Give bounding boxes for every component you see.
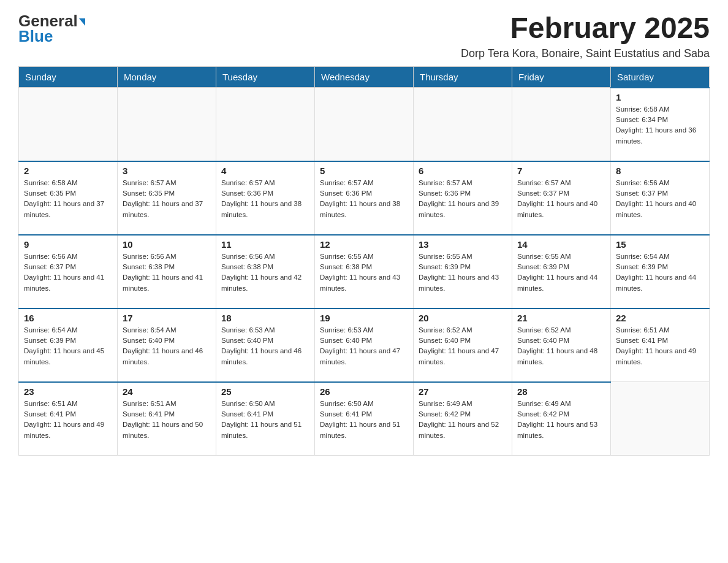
day-number: 19 [320,313,408,323]
calendar-cell [315,88,414,161]
calendar-cell: 26Sunrise: 6:50 AM Sunset: 6:41 PM Dayli… [315,382,414,456]
col-saturday: Saturday [611,66,710,88]
calendar-cell [414,88,512,161]
day-info: Sunrise: 6:50 AM Sunset: 6:41 PM Dayligh… [221,399,309,441]
calendar-cell [216,88,315,161]
logo-blue: Blue [18,28,53,45]
day-info: Sunrise: 6:52 AM Sunset: 6:40 PM Dayligh… [517,325,605,367]
calendar-cell: 8Sunrise: 6:56 AM Sunset: 6:37 PM Daylig… [611,161,710,235]
calendar-cell [19,88,118,161]
day-info: Sunrise: 6:55 AM Sunset: 6:38 PM Dayligh… [320,251,408,294]
day-info: Sunrise: 6:56 AM Sunset: 6:38 PM Dayligh… [123,251,211,294]
calendar-cell: 23Sunrise: 6:51 AM Sunset: 6:41 PM Dayli… [19,382,118,456]
calendar-cell [611,382,710,456]
day-number: 20 [419,313,507,323]
calendar-cell: 3Sunrise: 6:57 AM Sunset: 6:35 PM Daylig… [118,161,216,235]
day-info: Sunrise: 6:56 AM Sunset: 6:37 PM Dayligh… [616,178,704,220]
day-number: 3 [123,166,211,176]
col-thursday: Thursday [414,66,512,88]
day-info: Sunrise: 6:58 AM Sunset: 6:35 PM Dayligh… [24,178,112,220]
calendar-week-row: 2Sunrise: 6:58 AM Sunset: 6:35 PM Daylig… [19,161,710,235]
calendar-cell: 11Sunrise: 6:56 AM Sunset: 6:38 PM Dayli… [216,235,315,308]
calendar-cell [512,88,611,161]
day-info: Sunrise: 6:53 AM Sunset: 6:40 PM Dayligh… [221,325,309,367]
col-monday: Monday [118,66,216,88]
day-info: Sunrise: 6:54 AM Sunset: 6:40 PM Dayligh… [123,325,211,367]
day-number: 22 [616,313,704,323]
day-info: Sunrise: 6:49 AM Sunset: 6:42 PM Dayligh… [419,399,507,441]
calendar-cell: 1Sunrise: 6:58 AM Sunset: 6:34 PM Daylig… [611,88,710,161]
calendar-cell: 24Sunrise: 6:51 AM Sunset: 6:41 PM Dayli… [118,382,216,456]
day-info: Sunrise: 6:51 AM Sunset: 6:41 PM Dayligh… [24,399,112,441]
day-number: 15 [616,239,704,250]
calendar-week-row: 16Sunrise: 6:54 AM Sunset: 6:39 PM Dayli… [19,308,710,382]
day-number: 23 [24,386,112,397]
col-wednesday: Wednesday [315,66,414,88]
calendar-cell: 22Sunrise: 6:51 AM Sunset: 6:41 PM Dayli… [611,308,710,382]
calendar-cell: 16Sunrise: 6:54 AM Sunset: 6:39 PM Dayli… [19,308,118,382]
day-number: 9 [24,239,112,250]
day-number: 1 [616,92,704,102]
day-number: 10 [123,239,211,250]
day-number: 28 [517,386,605,397]
calendar-cell: 28Sunrise: 6:49 AM Sunset: 6:42 PM Dayli… [512,382,611,456]
day-number: 5 [320,166,408,176]
day-info: Sunrise: 6:58 AM Sunset: 6:34 PM Dayligh… [616,104,704,147]
logo: General Blue [18,12,85,45]
location-subtitle: Dorp Tera Kora, Bonaire, Saint Eustatius… [461,47,710,60]
day-number: 7 [517,166,605,176]
day-number: 21 [517,313,605,323]
day-number: 25 [221,386,309,397]
calendar-cell: 5Sunrise: 6:57 AM Sunset: 6:36 PM Daylig… [315,161,414,235]
day-info: Sunrise: 6:51 AM Sunset: 6:41 PM Dayligh… [123,399,211,441]
calendar-cell: 12Sunrise: 6:55 AM Sunset: 6:38 PM Dayli… [315,235,414,308]
calendar-week-row: 1Sunrise: 6:58 AM Sunset: 6:34 PM Daylig… [19,88,710,161]
day-info: Sunrise: 6:53 AM Sunset: 6:40 PM Dayligh… [320,325,408,367]
day-info: Sunrise: 6:49 AM Sunset: 6:42 PM Dayligh… [517,399,605,441]
calendar-table: Sunday Monday Tuesday Wednesday Thursday… [18,66,710,456]
calendar-cell: 27Sunrise: 6:49 AM Sunset: 6:42 PM Dayli… [414,382,512,456]
calendar-cell: 7Sunrise: 6:57 AM Sunset: 6:37 PM Daylig… [512,161,611,235]
day-number: 11 [221,239,309,250]
day-number: 27 [419,386,507,397]
day-number: 24 [123,386,211,397]
day-number: 16 [24,313,112,323]
day-info: Sunrise: 6:55 AM Sunset: 6:39 PM Dayligh… [419,251,507,294]
calendar-week-row: 9Sunrise: 6:56 AM Sunset: 6:37 PM Daylig… [19,235,710,308]
day-info: Sunrise: 6:55 AM Sunset: 6:39 PM Dayligh… [517,251,605,294]
calendar-cell: 6Sunrise: 6:57 AM Sunset: 6:36 PM Daylig… [414,161,512,235]
day-number: 14 [517,239,605,250]
day-info: Sunrise: 6:57 AM Sunset: 6:36 PM Dayligh… [419,178,507,220]
month-title: February 2025 [461,12,710,45]
calendar-cell: 18Sunrise: 6:53 AM Sunset: 6:40 PM Dayli… [216,308,315,382]
day-info: Sunrise: 6:54 AM Sunset: 6:39 PM Dayligh… [616,251,704,294]
calendar-cell: 21Sunrise: 6:52 AM Sunset: 6:40 PM Dayli… [512,308,611,382]
day-info: Sunrise: 6:57 AM Sunset: 6:35 PM Dayligh… [123,178,211,220]
day-number: 26 [320,386,408,397]
day-number: 4 [221,166,309,176]
title-area: February 2025 Dorp Tera Kora, Bonaire, S… [461,12,710,60]
col-tuesday: Tuesday [216,66,315,88]
day-number: 17 [123,313,211,323]
day-info: Sunrise: 6:54 AM Sunset: 6:39 PM Dayligh… [24,325,112,367]
calendar-cell [118,88,216,161]
day-info: Sunrise: 6:56 AM Sunset: 6:37 PM Dayligh… [24,251,112,294]
calendar-cell: 14Sunrise: 6:55 AM Sunset: 6:39 PM Dayli… [512,235,611,308]
day-info: Sunrise: 6:57 AM Sunset: 6:36 PM Dayligh… [221,178,309,220]
calendar-cell: 4Sunrise: 6:57 AM Sunset: 6:36 PM Daylig… [216,161,315,235]
calendar-cell: 25Sunrise: 6:50 AM Sunset: 6:41 PM Dayli… [216,382,315,456]
day-info: Sunrise: 6:57 AM Sunset: 6:37 PM Dayligh… [517,178,605,220]
calendar-cell: 10Sunrise: 6:56 AM Sunset: 6:38 PM Dayli… [118,235,216,308]
day-number: 18 [221,313,309,323]
day-number: 2 [24,166,112,176]
day-info: Sunrise: 6:52 AM Sunset: 6:40 PM Dayligh… [419,325,507,367]
page-header: General Blue February 2025 Dorp Tera Kor… [18,12,710,60]
day-number: 12 [320,239,408,250]
calendar-cell: 15Sunrise: 6:54 AM Sunset: 6:39 PM Dayli… [611,235,710,308]
day-number: 6 [419,166,507,176]
day-info: Sunrise: 6:57 AM Sunset: 6:36 PM Dayligh… [320,178,408,220]
day-info: Sunrise: 6:56 AM Sunset: 6:38 PM Dayligh… [221,251,309,294]
calendar-header-row: Sunday Monday Tuesday Wednesday Thursday… [19,66,710,88]
day-info: Sunrise: 6:51 AM Sunset: 6:41 PM Dayligh… [616,325,704,367]
calendar-cell: 9Sunrise: 6:56 AM Sunset: 6:37 PM Daylig… [19,235,118,308]
